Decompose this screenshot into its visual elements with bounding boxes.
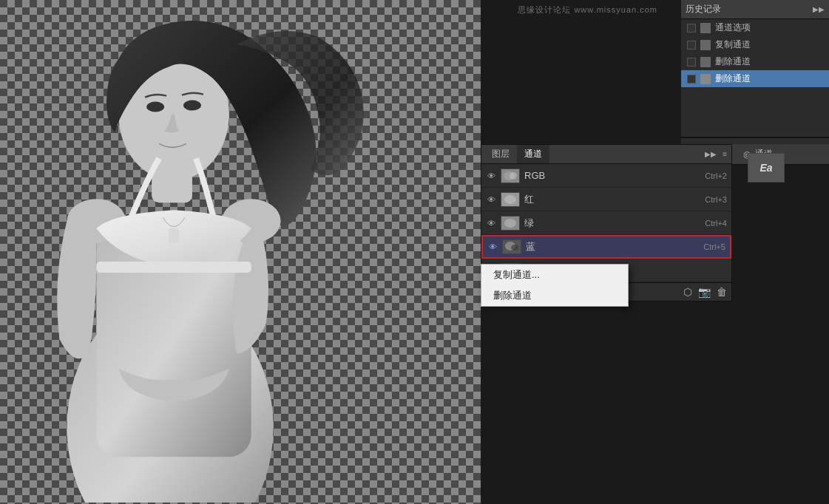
context-menu-item-duplicate[interactable]: 复制通道... bbox=[481, 265, 628, 285]
svg-point-4 bbox=[146, 102, 164, 112]
channel-thumb-rgb bbox=[501, 168, 520, 183]
channel-shortcut-blue: Ctrl+5 bbox=[703, 242, 725, 251]
history-doc-icon-4 bbox=[700, 74, 711, 84]
channels-tab-controls: ▶▶ ≡ bbox=[703, 149, 728, 160]
history-checkbox-3 bbox=[687, 58, 696, 67]
history-checkbox-2 bbox=[687, 41, 696, 50]
svg-point-5 bbox=[183, 101, 201, 111]
history-label-2: 复制通道 bbox=[715, 38, 751, 51]
channel-shortcut-rgb: Ctrl+2 bbox=[705, 171, 727, 180]
svg-point-16 bbox=[504, 219, 516, 228]
history-item-2[interactable]: 复制通道 bbox=[681, 36, 829, 53]
channel-thumb-green bbox=[501, 216, 520, 231]
channel-name-blue: 蓝 bbox=[526, 240, 699, 253]
channel-name-rgb: RGB bbox=[524, 170, 700, 181]
svg-rect-9 bbox=[96, 262, 251, 273]
channel-thumb-red bbox=[501, 192, 520, 207]
channel-thumb-blue bbox=[502, 239, 521, 254]
panel-divider bbox=[681, 137, 829, 138]
channels-dotted-circle-icon[interactable]: ⬡ bbox=[683, 286, 692, 298]
history-checkbox-1 bbox=[687, 24, 696, 33]
history-label-3: 删除通道 bbox=[715, 55, 751, 68]
history-checkbox-4 bbox=[687, 75, 696, 84]
history-doc-icon-2 bbox=[700, 40, 711, 50]
tab-channels-active[interactable]: 通道 bbox=[517, 145, 549, 163]
channels-tab-bar: 图层 通道 ▶▶ ≡ bbox=[481, 145, 731, 164]
svg-point-12 bbox=[510, 172, 517, 180]
channel-eye-rgb[interactable]: 👁 bbox=[486, 171, 496, 181]
history-item-1[interactable]: 通道选项 bbox=[681, 19, 829, 36]
watermark: 思缘设计论坛 www.missyuan.com bbox=[518, 4, 657, 16]
channel-eye-green[interactable]: 👁 bbox=[486, 218, 496, 228]
history-item-4[interactable]: 删除通道 bbox=[681, 70, 829, 87]
history-title: 历史记录 bbox=[686, 3, 721, 16]
channel-shortcut-red: Ctrl+3 bbox=[705, 195, 727, 204]
context-menu: 复制通道... 删除通道 bbox=[481, 264, 629, 307]
history-header: 历史记录 ▶▶ bbox=[681, 0, 829, 19]
context-menu-item-delete[interactable]: 删除通道 bbox=[481, 285, 628, 306]
model-image bbox=[0, 0, 370, 503]
channels-menu-icon[interactable]: ▶▶ bbox=[703, 149, 718, 160]
history-expand-arrow[interactable]: ▶▶ bbox=[813, 5, 825, 13]
channel-row-red[interactable]: 👁 红 Ctrl+3 bbox=[481, 188, 731, 211]
ea-thumbnail: Ea bbox=[748, 153, 785, 183]
channel-name-red: 红 bbox=[524, 193, 700, 206]
channels-camera-icon[interactable]: 📷 bbox=[698, 286, 711, 298]
tab-layers-channels[interactable]: 图层 bbox=[484, 145, 517, 163]
channel-row-blue[interactable]: 👁 蓝 Ctrl+5 bbox=[481, 235, 731, 259]
ea-label: Ea bbox=[759, 162, 772, 174]
history-doc-icon-1 bbox=[700, 23, 711, 33]
channel-row-green[interactable]: 👁 绿 Ctrl+4 bbox=[481, 211, 731, 235]
channel-eye-red[interactable]: 👁 bbox=[486, 194, 496, 205]
history-label-4: 删除通道 bbox=[715, 72, 751, 85]
channels-trash-icon[interactable]: 🗑 bbox=[717, 286, 727, 298]
channel-name-green: 绿 bbox=[524, 217, 700, 230]
channel-eye-blue[interactable]: 👁 bbox=[487, 242, 498, 252]
channel-row-rgb[interactable]: 👁 RGB Ctrl+2 bbox=[481, 164, 731, 188]
channel-shortcut-green: Ctrl+4 bbox=[705, 219, 727, 228]
history-panel: 历史记录 ▶▶ 通道选项 复制通道 删除通道 删除通道 ⬡ 📷 🗑 bbox=[681, 0, 829, 165]
canvas-area bbox=[0, 0, 481, 504]
svg-point-14 bbox=[504, 195, 516, 204]
history-doc-icon-3 bbox=[700, 57, 711, 67]
svg-point-19 bbox=[511, 245, 518, 251]
history-label-1: 通道选项 bbox=[715, 21, 751, 34]
channels-options-icon[interactable]: ≡ bbox=[721, 149, 728, 160]
svg-rect-8 bbox=[169, 228, 179, 243]
history-item-3[interactable]: 删除通道 bbox=[681, 53, 829, 70]
